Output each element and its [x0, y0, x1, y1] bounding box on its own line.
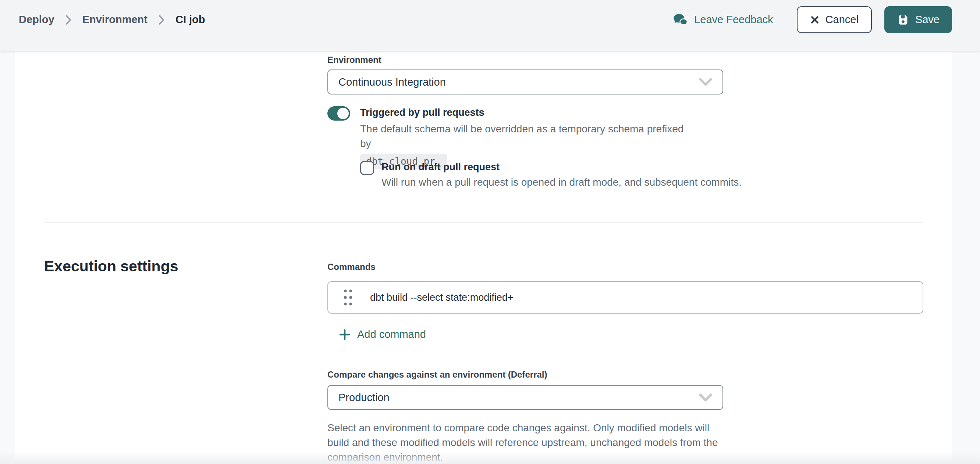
save-icon [897, 14, 909, 26]
save-button-label: Save [915, 14, 940, 26]
pr-trigger-label: Triggered by pull requests [360, 106, 687, 119]
draft-pr-description: Will run when a pull request is opened i… [382, 175, 741, 190]
breadcrumb-chevron-icon [159, 15, 164, 25]
add-command-button[interactable]: Add command [339, 328, 426, 340]
drag-handle-icon[interactable] [341, 286, 355, 308]
draft-pr-checkbox[interactable] [360, 161, 374, 175]
cancel-button-label: Cancel [826, 14, 859, 26]
execution-settings-title: Execution settings [44, 258, 178, 275]
cancel-button[interactable]: Cancel [797, 6, 872, 33]
pr-trigger-row: Triggered by pull requests The default s… [328, 106, 687, 169]
pr-trigger-description: The default schema will be overridden as… [360, 122, 687, 151]
feedback-chat-icon [673, 13, 688, 27]
draft-pr-row: Run on draft pull request Will run when … [360, 160, 741, 190]
environment-field-label: Environment [328, 55, 382, 65]
draft-pr-label: Run on draft pull request [382, 160, 741, 173]
section-divider [44, 222, 923, 223]
plus-icon [339, 329, 351, 340]
chevron-down-icon [699, 393, 712, 402]
command-input[interactable]: dbt build --select state:modified+ [370, 292, 513, 304]
commands-label: Commands [328, 262, 375, 272]
breadcrumb: Deploy Environment CI job [19, 6, 205, 33]
deferral-select[interactable]: Production [328, 385, 723, 410]
add-command-label: Add command [357, 328, 426, 340]
leave-feedback-label: Leave Feedback [694, 14, 773, 26]
environment-select-value: Continuous Integration [339, 76, 446, 88]
save-button[interactable]: Save [885, 6, 952, 33]
deferral-help-text: Select an environment to compare code ch… [328, 421, 720, 464]
header-bar: Deploy Environment CI job Leave Feedback… [0, 0, 980, 51]
command-input-row[interactable]: dbt build --select state:modified+ [328, 281, 923, 314]
breadcrumb-current-page: CI job [175, 14, 205, 26]
header-actions: Leave Feedback Cancel Save [673, 6, 952, 33]
settings-content: Environment Continuous Integration Trigg… [15, 52, 952, 464]
close-icon [810, 15, 819, 25]
environment-select[interactable]: Continuous Integration [328, 70, 723, 94]
toggle-knob [337, 108, 349, 119]
pr-trigger-toggle[interactable] [328, 106, 350, 121]
breadcrumb-chevron-icon [65, 15, 72, 25]
chevron-down-icon [699, 78, 712, 86]
breadcrumb-environment[interactable]: Environment [83, 14, 148, 26]
deferral-select-value: Production [339, 392, 390, 404]
deferral-field-label: Compare changes against an environment (… [328, 370, 547, 380]
leave-feedback-link[interactable]: Leave Feedback [673, 13, 773, 27]
breadcrumb-deploy[interactable]: Deploy [19, 14, 54, 26]
